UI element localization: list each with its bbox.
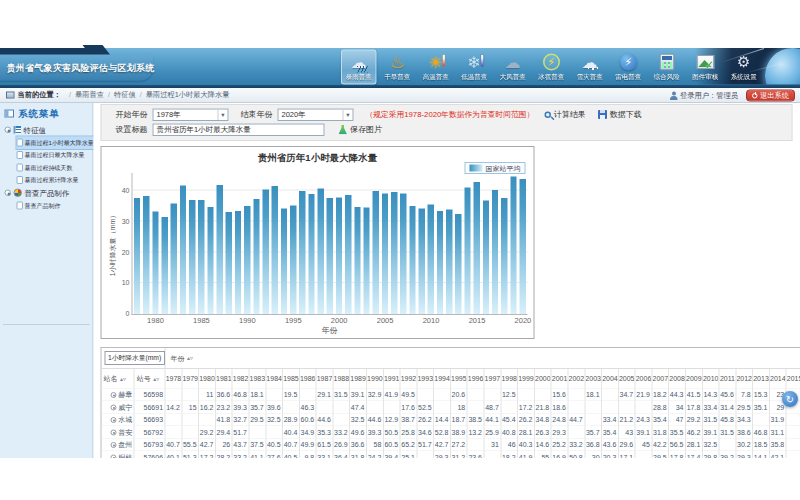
- col-header-year[interactable]: 2006: [635, 369, 652, 388]
- station-code-cell: 56792: [134, 426, 165, 439]
- value-cell: [165, 413, 182, 426]
- row-expand-icon[interactable]: [111, 417, 117, 423]
- col-header-year[interactable]: 1999: [518, 369, 535, 388]
- col-header-year[interactable]: 1981: [215, 369, 232, 388]
- col-header-year[interactable]: 2004: [602, 369, 619, 388]
- col-header-station[interactable]: 站名▴▿: [102, 369, 135, 388]
- nav-item-雷电普查[interactable]: ⚡雷电普查: [611, 50, 647, 85]
- nav-item-低温普查[interactable]: ❄低温普查: [457, 50, 493, 85]
- col-header-year[interactable]: 1988: [333, 369, 350, 388]
- tree-node-普查产品制作[interactable]: 普查产品制作: [5, 186, 93, 199]
- tree-leaf-暴雨过程1小时最大降水量[interactable]: 暴雨过程1小时最大降水量: [17, 136, 96, 149]
- col-header-year[interactable]: 2001: [551, 369, 568, 388]
- tree-leaf-普查产品制作[interactable]: 普查产品制作: [17, 199, 93, 212]
- download-button[interactable]: 数据下载: [598, 110, 642, 120]
- col-header-year[interactable]: 2015: [786, 369, 800, 388]
- nav-item-干旱普查[interactable]: ♨干旱普查: [380, 50, 416, 85]
- col-header-year[interactable]: 2005: [618, 369, 635, 388]
- value-cell: 33.4: [602, 413, 619, 426]
- col-header-year[interactable]: 1998: [501, 369, 518, 388]
- breadcrumb-item[interactable]: 暴雨过程1小时最大降水量: [146, 91, 230, 99]
- value-cell: 28.9: [283, 413, 300, 426]
- row-expand-icon[interactable]: [111, 454, 117, 458]
- tree-leaf-暴雨过程持续天数[interactable]: 暴雨过程持续天数: [17, 161, 93, 174]
- station-name-cell[interactable]: 桐梓: [102, 451, 135, 459]
- col-header-year[interactable]: 2009: [685, 369, 702, 388]
- col-header-year[interactable]: 1979: [182, 369, 199, 388]
- col-header-year[interactable]: 2011: [719, 369, 736, 388]
- col-header-year[interactable]: 1978: [165, 369, 182, 388]
- value-cell: 30.2: [736, 438, 753, 451]
- nav-item-图件审核[interactable]: 图件审核: [688, 50, 724, 85]
- col-header-year[interactable]: 1987: [316, 369, 333, 388]
- col-header-year[interactable]: 2002: [568, 369, 585, 388]
- rainstorm-icon: ☁: [347, 52, 370, 73]
- bars-container: [133, 173, 528, 314]
- start-year-select[interactable]: 1978年▾: [153, 108, 229, 121]
- tree-leaf-暴雨过程累计降水量[interactable]: 暴雨过程累计降水量: [17, 174, 93, 187]
- nav-item-大风普查[interactable]: ☁大风普查: [495, 50, 531, 85]
- value-cell: [417, 451, 434, 459]
- nav-item-系统设置[interactable]: ⚙系统设置: [726, 50, 762, 85]
- row-expand-icon[interactable]: [111, 429, 117, 435]
- col-header-year[interactable]: 2014: [769, 369, 786, 388]
- row-expand-icon[interactable]: [111, 392, 117, 398]
- col-header-year[interactable]: 2003: [585, 369, 602, 388]
- col-header-year[interactable]: 1996: [467, 369, 484, 388]
- value-cell: 31.8: [350, 451, 367, 459]
- float-refresh-icon[interactable]: ↻: [782, 391, 798, 407]
- nav-item-冰雹普查[interactable]: ⚡冰雹普查: [534, 50, 570, 85]
- col-header-year[interactable]: 2012: [736, 369, 753, 388]
- col-header-year[interactable]: 2000: [534, 369, 551, 388]
- logout-button[interactable]: 退出系统: [746, 90, 795, 102]
- col-header-year[interactable]: 1992: [400, 369, 417, 388]
- col-header-year[interactable]: 1986: [299, 369, 316, 388]
- col-header-year[interactable]: 1984: [266, 369, 283, 388]
- end-year-select[interactable]: 2020年▾: [278, 108, 354, 121]
- col-header-year[interactable]: 1985: [283, 369, 300, 388]
- row-expand-icon[interactable]: [111, 404, 117, 410]
- col-header-year[interactable]: 1983: [249, 369, 266, 388]
- station-name-cell[interactable]: 盘州: [102, 438, 135, 451]
- table-row-赫章: 赫章565981136.646.818.119.529.131.539.132.…: [102, 388, 800, 401]
- station-name-cell[interactable]: 威宁: [102, 401, 135, 414]
- year-column-header[interactable]: 年份▴▿: [166, 348, 800, 368]
- col-header-year[interactable]: 2013: [753, 369, 770, 388]
- tree-leaf-暴雨过程日最大降水量[interactable]: 暴雨过程日最大降水量: [17, 149, 93, 162]
- col-header-year[interactable]: 1997: [484, 369, 501, 388]
- col-header-code[interactable]: 站号▴▿: [134, 369, 165, 388]
- col-header-year[interactable]: 1982: [232, 369, 249, 388]
- nav-item-高温普查[interactable]: ☀高温普查: [418, 50, 454, 85]
- col-header-year[interactable]: 2008: [669, 369, 686, 388]
- chart-title-input[interactable]: 贵州省历年1小时最大降水量: [153, 123, 325, 136]
- breadcrumb-item[interactable]: 特征值: [114, 91, 136, 99]
- nav-item-综合风险[interactable]: 综合风险: [649, 50, 685, 85]
- measure-field[interactable]: 1小时降水量(mm): [105, 351, 165, 365]
- col-header-year[interactable]: 2007: [652, 369, 669, 388]
- value-cell: 14.3: [702, 388, 719, 401]
- value-cell: 18.6: [551, 401, 568, 414]
- save-image-button[interactable]: 保存图片: [339, 125, 383, 135]
- tree-node-特征值[interactable]: 特征值: [5, 123, 93, 136]
- col-header-year[interactable]: 1995: [450, 369, 467, 388]
- value-cell: [182, 426, 199, 439]
- nav-item-雪灾普查[interactable]: ☁雪灾普查: [572, 50, 608, 85]
- station-name-cell[interactable]: 水城: [102, 413, 135, 426]
- compute-button[interactable]: 计算结果: [544, 110, 586, 120]
- col-header-year[interactable]: 1980: [199, 369, 216, 388]
- col-header-year[interactable]: 1991: [383, 369, 400, 388]
- station-name-cell[interactable]: 普安: [102, 426, 135, 439]
- col-header-year[interactable]: 1989: [350, 369, 367, 388]
- col-header-year[interactable]: 1994: [434, 369, 451, 388]
- col-header-year[interactable]: 1990: [366, 369, 383, 388]
- bar-1978: [134, 198, 140, 314]
- row-expand-icon[interactable]: [111, 442, 117, 448]
- breadcrumb-item[interactable]: 暴雨普查: [75, 91, 104, 99]
- expand-icon[interactable]: [5, 190, 12, 197]
- expand-icon[interactable]: [5, 127, 12, 134]
- station-name-cell[interactable]: 赫章: [102, 388, 135, 401]
- nav-item-暴雨普查[interactable]: ☁暴雨普查: [341, 50, 377, 85]
- col-header-year[interactable]: 1993: [417, 369, 434, 388]
- col-header-year[interactable]: 2010: [702, 369, 719, 388]
- sort-icons[interactable]: ▴▿: [187, 355, 193, 361]
